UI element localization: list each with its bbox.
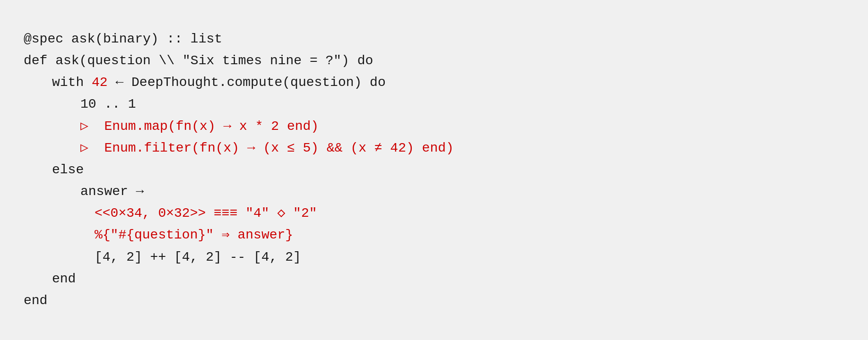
code-text: @spec ask(binary) :: list <box>24 28 222 50</box>
code-text: else <box>52 159 84 181</box>
code-container: @spec ask(binary) :: list def ask(questi… <box>0 0 868 340</box>
code-text: def ask(question \\ "Six times nine = ?"… <box>24 50 373 72</box>
code-line-12: end <box>24 268 844 290</box>
code-line-3: with 42 ← DeepThought.compute(question) … <box>24 72 844 94</box>
code-line-7: else <box>24 159 844 181</box>
code-line-8: answer → <box>24 181 844 203</box>
code-line-1: @spec ask(binary) :: list <box>24 28 844 50</box>
code-line-10: %{"#{question}" ⇒ answer} <box>24 224 844 246</box>
code-line-11: [4, 2] ++ [4, 2] -- [4, 2] <box>24 246 844 268</box>
code-text-red: ▷ Enum.map(fn(x) → x * 2 end) <box>80 116 319 137</box>
code-text: [4, 2] ++ [4, 2] -- [4, 2] <box>95 246 301 268</box>
code-line-6: ▷ Enum.filter(fn(x) → (x ≤ 5) && (x ≠ 42… <box>24 137 844 159</box>
code-block: @spec ask(binary) :: list def ask(questi… <box>24 28 844 312</box>
code-text: 10 .. 1 <box>80 94 136 115</box>
code-line-13: end <box>24 290 844 312</box>
code-text: answer → <box>80 181 144 203</box>
code-text-red: 42 <box>92 72 108 94</box>
code-text-red: <<0×34, 0×32>> ≡≡≡ "4" ◇ "2" <box>95 203 317 224</box>
code-text: ← DeepThought.compute(question) do <box>108 72 386 94</box>
code-line-2: def ask(question \\ "Six times nine = ?"… <box>24 50 844 72</box>
code-line-5: ▷ Enum.map(fn(x) → x * 2 end) <box>24 116 844 137</box>
code-line-9: <<0×34, 0×32>> ≡≡≡ "4" ◇ "2" <box>24 203 844 224</box>
code-text: end <box>24 290 47 312</box>
code-text: with <box>52 72 92 94</box>
code-text-red: %{"#{question}" ⇒ answer} <box>95 224 293 246</box>
code-text-red: ▷ Enum.filter(fn(x) → (x ≤ 5) && (x ≠ 42… <box>80 137 454 159</box>
code-line-4: 10 .. 1 <box>24 94 844 115</box>
code-text: end <box>52 268 76 290</box>
